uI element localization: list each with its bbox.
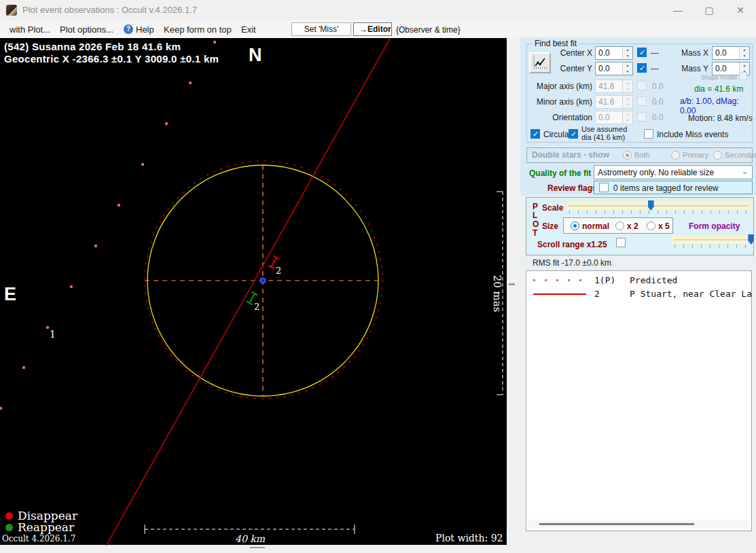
center-y-value: 0.0 [598, 64, 610, 73]
circular-checkbox[interactable] [530, 129, 540, 139]
scale-label: Scale [542, 203, 563, 213]
scale-slider[interactable] [566, 202, 751, 210]
mass-y-value: 0.0 [715, 64, 727, 73]
rms-row: RMS fit -17.0 ±0.0 km [520, 255, 756, 270]
legend-row[interactable]: 2P Stuart, near Clear La [526, 289, 751, 298]
observer-time-label[interactable]: {Observer & time} [396, 25, 461, 35]
predicted-point [94, 245, 97, 247]
minimize-button[interactable]: — [662, 0, 694, 20]
legend-row-id: 1(P) [594, 275, 615, 285]
solid-line-sample [533, 293, 586, 295]
predicted-point [70, 285, 73, 288]
review-flags-checkbox[interactable] [599, 183, 609, 192]
dia-text: dia = 41.6 km [694, 84, 743, 94]
minor-axis-spinner: 41.6 ▲▼ [595, 95, 633, 109]
menu-exit[interactable]: Exit [238, 23, 259, 36]
up-arrow-icon[interactable]: ▲ [740, 47, 749, 53]
center-x-dash: --- [651, 48, 659, 58]
major-axis-value: 41.6 [598, 82, 614, 91]
radio-primary-label: Primary [683, 151, 708, 159]
mass-y-label: Mass Y [678, 64, 708, 73]
center-y-spinner[interactable]: 0.0 ▲▼ [595, 62, 633, 75]
mass-x-label: Mass X [678, 48, 708, 58]
down-arrow-icon[interactable]: ▼ [623, 53, 632, 59]
menu-plot-options[interactable]: Plot options... [57, 23, 116, 36]
plot-title: (542) Susanna 2026 Feb 18 41.6 km [4, 41, 181, 52]
find-best-fit-label: Find best fit [533, 39, 579, 48]
predicted-point [0, 407, 2, 410]
down-arrow-icon[interactable]: ▼ [623, 69, 632, 75]
predicted-point [213, 41, 216, 43]
station1-label: 1 [50, 329, 56, 340]
down-arrow-icon[interactable]: ▼ [740, 53, 749, 59]
predicted-point [189, 82, 192, 84]
predicted-point [141, 163, 144, 166]
legend-row[interactable]: 1(P)Predicted [526, 275, 751, 285]
radio-size-normal-label: normal [582, 221, 609, 231]
legend-rows: 1(P)Predicted2P Stuart, near Clear La [526, 275, 751, 298]
center-x-value: 0.0 [598, 48, 610, 58]
down-arrow-icon: ▼ [623, 86, 632, 92]
major-axis-extra: 0.0 [652, 82, 664, 91]
mass-x-value: 0.0 [715, 48, 727, 58]
quality-dropdown[interactable]: Astrometry only. No reliable size ⌄ [594, 165, 753, 179]
plot-canvas[interactable]: 22 1 20 mas 40 km Plot width: 92 km (542… [0, 37, 507, 545]
opacity-slider-thumb[interactable] [748, 234, 754, 245]
center-x-checkbox[interactable] [637, 48, 647, 57]
radio-secondary [713, 151, 722, 160]
chevron-down-icon: ⌄ [742, 167, 748, 176]
dotted-line-sample [533, 279, 586, 281]
menu-with-plot[interactable]: with Plot... [7, 23, 53, 36]
radio-secondary-label: Secondary [725, 151, 756, 159]
major-axis-label: Major axis (km) [530, 82, 592, 91]
orientation-label: Orientation [530, 113, 592, 122]
center-y-checkbox[interactable] [637, 63, 647, 73]
radio-size-x5[interactable] [647, 221, 655, 230]
menu-help[interactable]: Help [133, 23, 157, 36]
shape-model-checkbox[interactable] [739, 72, 747, 80]
minor-axis-extra: 0.0 [652, 97, 664, 107]
center-y-dash: --- [651, 64, 659, 73]
plot-letter-l: L [533, 211, 541, 220]
maximize-button[interactable]: ▢ [694, 0, 725, 20]
horizontal-scrollbar[interactable] [528, 520, 749, 528]
up-arrow-icon[interactable]: ▲ [740, 63, 749, 69]
plot-letter-t: T [533, 228, 541, 238]
center-x-label: Center X [543, 48, 592, 58]
close-button[interactable]: ✕ [725, 0, 756, 20]
scroll-range-label: Scroll range x1.25 [537, 240, 607, 249]
reappear-dot-icon [5, 524, 13, 531]
radio-size-normal[interactable] [571, 221, 579, 230]
use-assumed-checkbox[interactable] [569, 129, 578, 139]
orientation-checkbox [637, 112, 647, 122]
editor-button[interactable]: →Editor [353, 22, 392, 36]
menu-keep-on-top[interactable]: Keep form on top [161, 23, 234, 36]
app-window: Plot event observations : Occult v.4.202… [0, 0, 756, 553]
form-opacity-slider[interactable] [672, 236, 751, 244]
mass-x-spinner[interactable]: 0.0 ▲▼ [712, 46, 750, 60]
radio-size-x2[interactable] [615, 221, 624, 230]
quality-label: Quality of the fit [529, 168, 591, 178]
center-x-spinner[interactable]: 0.0 ▲▼ [595, 46, 633, 60]
up-arrow-icon[interactable]: ▲ [623, 47, 632, 53]
splitter-grip[interactable] [509, 283, 515, 285]
window-title: Plot event observations : Occult v.4.202… [22, 5, 197, 15]
orientation-value: 0.0 [598, 113, 610, 122]
circular-label: Circular [543, 130, 571, 139]
plot-svg: 22 1 20 mas 40 km Plot width: 92 km [0, 38, 507, 546]
observer-legend-list[interactable]: 1(P)Predicted2P Stuart, near Clear La [526, 270, 752, 531]
include-miss-checkbox[interactable] [644, 129, 653, 139]
help-icon: ? [124, 24, 133, 34]
scroll-range-checkbox[interactable] [616, 238, 626, 247]
up-arrow-icon[interactable]: ▲ [623, 63, 632, 69]
scrollbar-thumb[interactable] [539, 523, 694, 525]
scale-slider-thumb[interactable] [648, 200, 654, 211]
legend-row-name: Predicted [630, 275, 677, 285]
radio-size-x2-label: x 2 [627, 221, 638, 231]
use-assumed-label: Use assumed dia (41.6 km) [581, 125, 636, 141]
quality-value: Astrometry only. No reliable size [598, 168, 714, 177]
minor-axis-checkbox [637, 96, 647, 106]
set-miss-times-button[interactable]: Set 'Miss' Times [291, 22, 351, 36]
predicted-path-dots [0, 41, 216, 410]
predicted-point [118, 204, 120, 207]
